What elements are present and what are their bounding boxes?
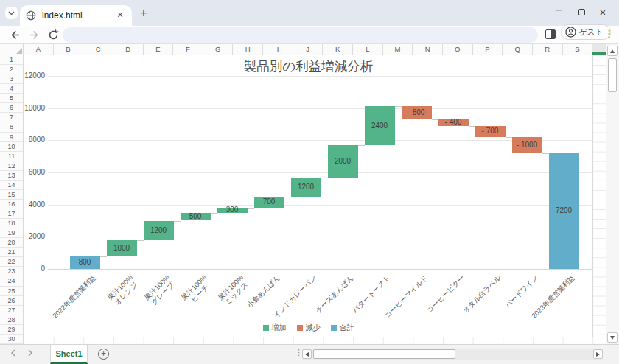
column-header-O[interactable]: O [443, 44, 473, 55]
column-header-E[interactable]: E [144, 44, 174, 55]
row-header-16[interactable]: 16 [0, 200, 23, 209]
scroll-right-button[interactable] [593, 349, 603, 359]
prev-sheet-icon[interactable] [10, 349, 16, 357]
side-panel-icon[interactable] [545, 29, 556, 39]
row-header-20[interactable]: 20 [0, 238, 23, 248]
row-header-21[interactable]: 21 [0, 248, 23, 257]
column-header-L[interactable]: L [353, 44, 383, 55]
vertical-scrollbar-thumb[interactable] [608, 58, 617, 92]
column-header-K[interactable]: K [323, 44, 353, 55]
add-sheet-button[interactable]: + [98, 349, 109, 360]
next-sheet-icon[interactable] [27, 349, 33, 357]
browser-menu-icon[interactable]: ⋮ [604, 28, 613, 41]
connector-line [284, 197, 291, 197]
scroll-down-button[interactable] [607, 332, 618, 343]
chart-title: 製品別の利益増減分析 [24, 57, 592, 75]
connector-line [358, 145, 365, 146]
window-maximize-button[interactable] [574, 4, 589, 19]
row-header-28[interactable]: 28 [0, 315, 23, 325]
row-header-10[interactable]: 10 [0, 142, 23, 152]
row-header-4[interactable]: 4 [0, 84, 23, 94]
connector-line [100, 256, 107, 257]
connector-line [248, 208, 254, 209]
row-header-6[interactable]: 6 [0, 103, 23, 113]
legend-label: 減少 [306, 323, 321, 333]
column-header-R[interactable]: R [533, 44, 563, 55]
row-header-13[interactable]: 13 [0, 171, 23, 181]
column-header-N[interactable]: N [413, 44, 443, 55]
row-header-26[interactable]: 26 [0, 296, 23, 306]
row-header-14[interactable]: 14 [0, 181, 23, 190]
waterfall-chart[interactable]: 製品別の利益増減分析 02000400060008000100001200080… [24, 55, 593, 337]
row-header-19[interactable]: 19 [0, 228, 23, 238]
new-tab-button[interactable]: + [137, 7, 150, 20]
browser-window: index.html × + – × ゲスト ⋮ ABCDEFGHIJKLMNO… [0, 0, 619, 364]
window-minimize-button[interactable]: – [551, 2, 566, 17]
browser-tab[interactable]: index.html × [20, 5, 132, 26]
gridline-8000 [48, 140, 592, 141]
row-header-25[interactable]: 25 [0, 287, 23, 296]
column-header-I[interactable]: I [263, 44, 293, 55]
row-headers: 1234567891011121314151617181920212223242… [0, 55, 24, 344]
column-header-P[interactable]: P [473, 44, 503, 55]
row-header-27[interactable]: 27 [0, 306, 23, 315]
bar-value-label: 1200 [291, 183, 321, 191]
row-header-12[interactable]: 12 [0, 161, 23, 171]
reload-icon[interactable] [47, 29, 60, 41]
row-header-29[interactable]: 29 [0, 325, 23, 335]
column-header-S[interactable]: S [563, 44, 593, 55]
scroll-up-button[interactable] [607, 46, 618, 56]
triangle-right-icon [596, 352, 600, 357]
tab-close-icon[interactable]: × [114, 10, 126, 21]
forward-icon[interactable] [28, 29, 41, 41]
legend-label: 合計 [340, 323, 354, 333]
horizontal-scrollbar-thumb[interactable] [313, 349, 455, 359]
column-header-M[interactable]: M [383, 44, 413, 55]
legend-swatch-icon [331, 325, 337, 331]
row-header-3[interactable]: 3 [0, 74, 23, 84]
row-header-2[interactable]: 2 [0, 65, 23, 74]
x-label-wrap: 2023年度営業利益 [416, 273, 570, 281]
column-header-Q[interactable]: Q [503, 44, 533, 55]
row-header-22[interactable]: 22 [0, 257, 23, 267]
row-header-17[interactable]: 17 [0, 209, 23, 219]
row-header-7[interactable]: 7 [0, 113, 23, 122]
row-header-5[interactable]: 5 [0, 94, 23, 103]
tab-title: index.html [42, 10, 114, 21]
column-header-G[interactable]: G [203, 44, 234, 55]
column-header-H[interactable]: H [233, 44, 263, 55]
legend-item-合計[interactable]: 合計 [331, 323, 354, 333]
sheet-tab-sheet1[interactable]: Sheet1 [50, 345, 88, 364]
legend-item-減少[interactable]: 減少 [297, 323, 321, 333]
column-header-B[interactable]: B [54, 44, 84, 55]
scroll-left-button[interactable] [302, 349, 312, 359]
tab-search-button[interactable] [5, 7, 18, 19]
row-header-9[interactable]: 9 [0, 133, 23, 142]
connector-line [395, 106, 402, 107]
address-bar[interactable] [63, 27, 538, 43]
bar-value-label: 800 [70, 258, 100, 266]
column-header-F[interactable]: F [173, 44, 203, 55]
connector-line [432, 119, 438, 120]
gridline-10000 [48, 108, 592, 109]
row-header-1[interactable]: 1 [0, 55, 23, 65]
row-header-8[interactable]: 8 [0, 122, 23, 132]
back-icon[interactable] [9, 29, 21, 41]
row-header-15[interactable]: 15 [0, 190, 23, 200]
select-all-corner[interactable] [0, 44, 24, 55]
bar-value-label: 7200 [549, 206, 579, 214]
column-header-partial-active[interactable] [592, 44, 606, 55]
legend-item-増加[interactable]: 増加 [263, 323, 287, 333]
gridline-2000 [48, 237, 592, 237]
column-header-D[interactable]: D [113, 44, 144, 55]
profile-guest-button[interactable]: ゲスト [561, 24, 611, 40]
row-header-11[interactable]: 11 [0, 152, 23, 161]
row-header-30[interactable]: 30 [0, 335, 23, 344]
legend-swatch-icon [297, 325, 303, 331]
guest-label: ゲスト [579, 27, 603, 38]
column-header-C[interactable]: C [83, 44, 113, 55]
column-header-A[interactable]: A [24, 44, 54, 55]
row-header-18[interactable]: 18 [0, 219, 23, 228]
window-close-button[interactable]: × [595, 4, 610, 19]
column-header-J[interactable]: J [293, 44, 324, 55]
